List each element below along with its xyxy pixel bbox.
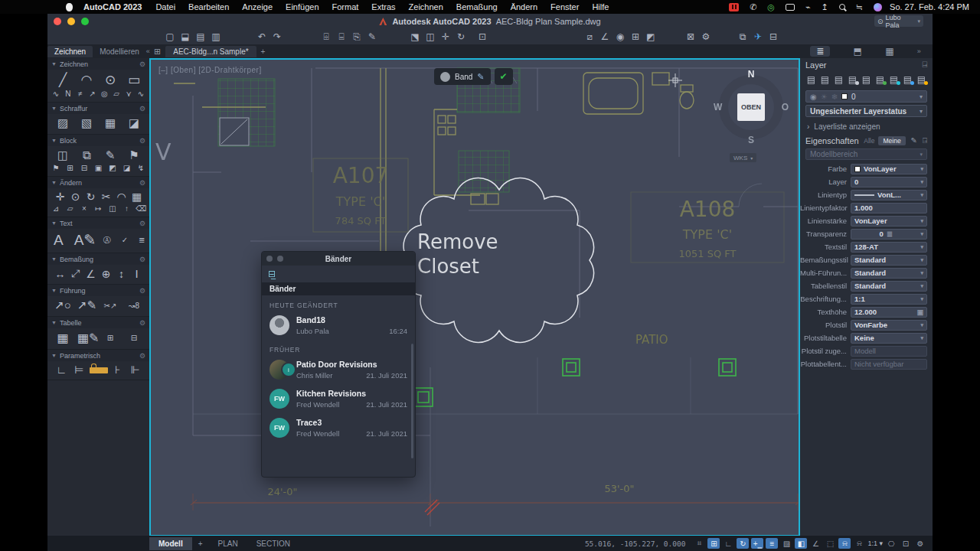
layer-new-icon[interactable]: ▤ xyxy=(819,74,831,85)
panel-slideout-icon[interactable]: ⍈ xyxy=(922,60,927,70)
section-caret-icon[interactable]: ▼ xyxy=(51,106,57,111)
linear-dimension-tool[interactable]: ↔ xyxy=(54,268,67,280)
create-block-tool[interactable]: ⧉ xyxy=(77,148,96,162)
attach-tool[interactable]: ◪ xyxy=(122,164,132,172)
section-gear-icon[interactable]: ⚙ xyxy=(139,352,145,360)
plot-button[interactable]: ⌸ xyxy=(334,31,349,42)
delete-constraint-tool[interactable]: ⊩ xyxy=(128,364,143,376)
room1-number[interactable]: A107 xyxy=(333,163,389,188)
layer-walk-button[interactable]: ◩ xyxy=(643,31,658,42)
circle-tool[interactable]: ⊙ xyxy=(101,72,119,88)
siri-icon[interactable] xyxy=(874,3,882,11)
trim-tool[interactable]: ✂ xyxy=(100,191,113,203)
section-caret-icon[interactable]: ▼ xyxy=(51,320,57,325)
single-text-tool[interactable]: A✎ xyxy=(74,231,93,249)
save-as-button[interactable]: ▥ xyxy=(208,31,224,42)
layer-properties-icon[interactable]: ▤ xyxy=(805,74,817,85)
add-leader-tool[interactable]: ✂↗ xyxy=(101,302,119,310)
units-button[interactable]: ◉ xyxy=(612,31,628,42)
section-caret-icon[interactable]: ▼ xyxy=(51,138,57,143)
app-window-button[interactable]: ⊟ xyxy=(766,31,781,42)
dimensional-constraint-tool[interactable]: ⊦ xyxy=(110,364,126,376)
texthoehe-input[interactable]: 12.000 ▣ xyxy=(851,307,927,318)
viewport-controls[interactable]: [–] [Oben] [2D-Drahtkörper] xyxy=(158,66,262,74)
section-caret-icon[interactable]: ▼ xyxy=(51,256,57,262)
workspace-switch-icon[interactable]: ⎔ xyxy=(885,538,897,549)
plotstiltabelle-dropdown[interactable]: Keine ▾ xyxy=(851,333,927,344)
undo-button[interactable]: ↶ xyxy=(254,31,270,42)
layer-unlock-icon[interactable]: ▤ xyxy=(916,74,927,85)
table-edit-tool[interactable]: ▦✎ xyxy=(77,331,96,345)
spotlight-icon[interactable] xyxy=(839,4,845,10)
table-tool[interactable]: ▦ xyxy=(54,331,72,345)
array-tool[interactable]: ▦ xyxy=(130,191,143,203)
match-properties-button[interactable]: ⧄ xyxy=(582,31,597,42)
wcs-dropdown[interactable]: WKS ▾ xyxy=(730,153,756,162)
edit-block-tool[interactable]: ✎ xyxy=(101,148,119,162)
align-tool[interactable]: ↑ xyxy=(122,204,132,213)
offset-tool[interactable]: ↦ xyxy=(93,204,104,213)
section-gear-icon[interactable]: ⚙ xyxy=(139,319,145,327)
texthoehe-picker-icon[interactable]: ▣ xyxy=(916,308,923,316)
group-button[interactable]: ⊞ xyxy=(628,31,643,42)
cloud-text-line1[interactable]: Remove xyxy=(417,230,498,253)
keyboard-icon[interactable] xyxy=(786,4,795,11)
menu-app-name[interactable]: AutoCAD 2023 xyxy=(83,2,142,11)
construction-line-tool[interactable]: ≠ xyxy=(75,90,86,98)
beschriftung-dropdown[interactable]: 1:1 ▾ xyxy=(851,294,927,305)
zoom-window-button[interactable] xyxy=(81,18,89,25)
polygon-tool[interactable]: ▱ xyxy=(111,90,122,98)
mtext-tool[interactable]: A xyxy=(54,232,64,249)
layer-dropdown[interactable]: 0 ▾ xyxy=(851,177,927,187)
spell-check-tool[interactable]: ✓ xyxy=(122,236,128,244)
cloud-text-line2[interactable]: Closet xyxy=(417,255,479,278)
publish-button[interactable]: ✎ xyxy=(364,31,380,42)
patio-label-1[interactable]: PATIO xyxy=(635,333,668,347)
section-gear-icon[interactable]: ⚙ xyxy=(139,60,145,68)
close-window-button[interactable] xyxy=(54,18,61,25)
trace-item[interactable]: Band18 Lubo Pala16:24 xyxy=(262,311,415,340)
copy-tool[interactable]: ⊙ xyxy=(69,191,82,203)
section-gear-icon[interactable]: ⚙ xyxy=(139,220,145,227)
manage-attributes-tool[interactable]: ⊞ xyxy=(65,164,76,172)
farbe-dropdown[interactable]: VonLayer ▾ xyxy=(851,164,927,174)
auto-constrain-tool[interactable]: ⊨ xyxy=(71,364,87,376)
layer-lock-icon[interactable]: ▤ xyxy=(902,74,913,85)
room1-type[interactable]: TYPE 'C' xyxy=(335,194,385,209)
bemassungsstil-dropdown[interactable]: Standard ▾ xyxy=(851,255,927,266)
clean-screen-toggle[interactable]: ⬚ xyxy=(824,538,836,549)
quick-properties-toggle[interactable]: ⊡ xyxy=(900,538,912,549)
share-button[interactable]: ✈ xyxy=(750,31,766,42)
export-button[interactable]: ◫ xyxy=(423,31,438,42)
drawing-canvas[interactable]: V A107 TYPE 'C' 784 SQ FT A108 TYPE 'C' … xyxy=(149,58,800,536)
menu-bearbeiten[interactable]: Bearbeiten xyxy=(188,2,229,11)
room2-area[interactable]: 1051 SQ FT xyxy=(678,248,736,259)
mirror-tool[interactable]: × xyxy=(79,204,90,213)
scale-tool[interactable]: ⊿ xyxy=(51,204,61,213)
textstil-dropdown[interactable]: 128-AT ▾ xyxy=(851,242,927,253)
menu-format[interactable]: Format xyxy=(332,2,359,11)
menu-anzeige[interactable]: Anzeige xyxy=(242,2,273,11)
block-editor-tool[interactable]: ▣ xyxy=(93,164,104,172)
text-style-tool[interactable]: Ⓐ xyxy=(103,235,111,246)
grid-display-toggle[interactable]: ⌗ xyxy=(693,538,705,549)
properties-filter-toggle[interactable]: Alle Meine xyxy=(864,136,905,145)
layer-isolate-icon[interactable]: ▤ xyxy=(874,74,886,85)
pan-button[interactable]: ✛ xyxy=(438,31,453,42)
hatch-pick-tool[interactable]: ▧ xyxy=(77,116,96,130)
record-indicator-icon[interactable] xyxy=(729,3,739,11)
multileader-edit-tool[interactable]: ↗✎ xyxy=(77,298,96,312)
menu-hilfe[interactable]: Hilfe xyxy=(592,2,609,11)
rotate-tool[interactable]: ↻ xyxy=(84,191,97,203)
block-attribute-tool[interactable]: ⚑ xyxy=(125,148,143,162)
layer-state-dropdown[interactable]: Ungesicherter Layerstatus ▾ xyxy=(805,105,927,117)
menubar-clock[interactable]: So. 27. Feb. 4:24 PM xyxy=(890,2,969,11)
section-gear-icon[interactable]: ⚙ xyxy=(139,137,145,145)
menu-zeichnen[interactable]: Zeichnen xyxy=(409,2,443,11)
transparency-toggle[interactable]: ▨ xyxy=(780,538,792,549)
tab-section[interactable]: SECTION xyxy=(247,537,299,550)
menu-fenster[interactable]: Fenster xyxy=(550,2,579,11)
text-align-tool[interactable]: ≣ xyxy=(139,236,145,244)
section-caret-icon[interactable]: ▼ xyxy=(51,180,57,185)
user-account-button[interactable]: ⊙ Lubo Pala ▾ xyxy=(874,15,923,27)
